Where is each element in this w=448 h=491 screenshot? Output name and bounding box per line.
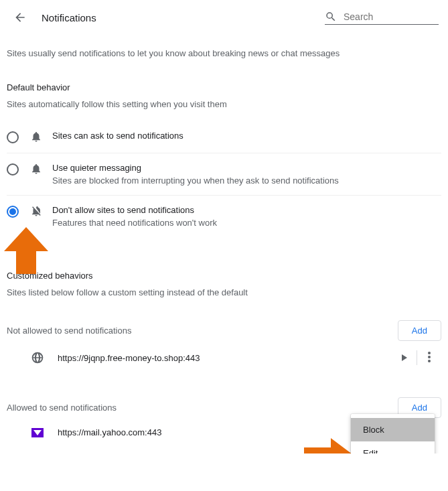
radio-option-ask[interactable]: Sites can ask to send notifications <box>7 121 441 153</box>
back-button[interactable] <box>9 7 31 28</box>
blocked-site-row[interactable]: https://9jqnp.free-money-to.shop:443 <box>7 341 441 374</box>
more-button[interactable] <box>421 352 437 364</box>
header: Notifications <box>7 7 441 28</box>
custom-sub: Sites listed below follow a custom setti… <box>7 287 441 297</box>
search-icon <box>325 11 337 23</box>
context-menu: Block Edit Remove <box>351 414 435 453</box>
radio-button[interactable] <box>7 131 20 143</box>
search-input[interactable] <box>342 11 429 23</box>
chevron-right-icon[interactable] <box>396 353 413 363</box>
radio-button[interactable] <box>7 163 20 176</box>
intro-text: Sites usually send notifications to let … <box>7 48 441 58</box>
option-sub: Features that need notifications won't w… <box>52 218 441 228</box>
allowed-heading-text: Allowed to send notifications <box>7 403 117 413</box>
svg-point-4 <box>428 360 431 362</box>
arrow-left-icon <box>13 11 27 24</box>
custom-heading: Customized behaviors <box>7 271 441 281</box>
svg-point-2 <box>428 352 431 354</box>
option-title: Sites can ask to send notifications <box>52 131 441 141</box>
divider <box>417 350 417 365</box>
radio-group: Sites can ask to send notifications Use … <box>7 121 441 237</box>
bell-icon <box>29 131 43 143</box>
radio-option-quieter[interactable]: Use quieter messaging Sites are blocked … <box>7 153 441 195</box>
page: Notifications Sites usually send notific… <box>7 7 441 447</box>
yahoo-mail-icon <box>31 428 44 437</box>
globe-icon <box>31 351 44 364</box>
add-blocked-button[interactable]: Add <box>398 320 441 341</box>
menu-item-edit[interactable]: Edit <box>351 441 435 453</box>
option-title: Use quieter messaging <box>52 163 441 173</box>
option-title: Don't allow sites to send notifications <box>52 205 441 215</box>
svg-point-3 <box>428 356 431 358</box>
page-title: Notifications <box>42 12 325 23</box>
default-heading: Default behavior <box>7 82 441 92</box>
bell-off-icon <box>29 205 43 217</box>
menu-item-block[interactable]: Block <box>351 418 435 441</box>
site-url: https://9jqnp.free-money-to.shop:443 <box>58 353 396 363</box>
blocked-header: Not allowed to send notifications Add <box>7 320 441 341</box>
svg-marker-1 <box>402 354 407 361</box>
blocked-heading-text: Not allowed to send notifications <box>7 326 131 336</box>
bell-icon <box>29 163 43 175</box>
option-sub: Sites are blocked from interrupting you … <box>52 176 441 186</box>
radio-button[interactable] <box>7 206 20 218</box>
search-box[interactable] <box>325 11 439 25</box>
radio-option-block[interactable]: Don't allow sites to send notifications … <box>7 195 441 237</box>
default-sub: Sites automatically follow this setting … <box>7 99 441 109</box>
